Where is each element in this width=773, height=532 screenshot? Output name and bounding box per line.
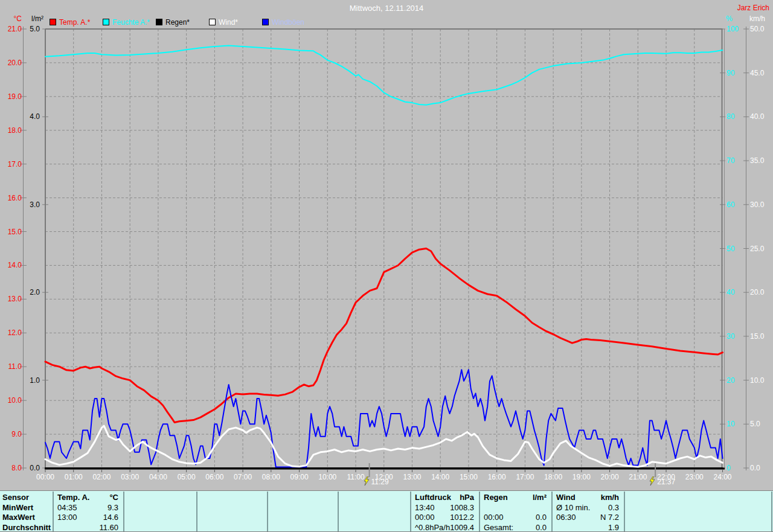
table-cell-value: l/m² (484, 492, 547, 502)
table-cell-value: 1012.2 (415, 512, 474, 522)
temp-tick-label: 12.0 (0, 328, 22, 337)
temp-tick-label: 10.0 (0, 396, 22, 405)
time-tick-label: 05:00 (175, 473, 199, 481)
table-cell-value: 0.0 (484, 512, 547, 522)
rain-tick-label: 3.0 (0, 200, 40, 209)
time-tick-label: 03:00 (118, 473, 142, 481)
table-cell-value: 1008.3 (415, 502, 474, 513)
time-tick-label: 19:00 (569, 473, 594, 481)
weather-chart-page: { "header": { "title": "Mittwoch, 12.11.… (0, 0, 773, 532)
time-tick-label: 07:00 (231, 473, 255, 481)
time-tick-label: 21:00 (626, 473, 650, 481)
humidity-tick-label: 60 (726, 200, 734, 209)
humidity-tick-label: 90 (726, 69, 734, 77)
table-cell-value: 14.6 (57, 512, 118, 522)
wind-tick-label: 35.0 (750, 156, 764, 165)
wind-tick-label: 45.0 (750, 69, 764, 77)
chart-plot (0, 0, 773, 490)
table-column-separator (338, 492, 339, 531)
table-column-separator (196, 492, 197, 531)
time-tick-label: 14:00 (428, 473, 452, 481)
weather-marker-icon (363, 476, 370, 486)
wind-tick-label: 15.0 (750, 332, 764, 341)
table-column-separator (479, 492, 480, 531)
table-cell-value: 11.60 (57, 522, 118, 532)
weather-marker-icon (649, 476, 656, 486)
time-tick-label: 20:00 (598, 473, 622, 481)
table-row-label: MinWert (2, 502, 51, 513)
wind-tick-label: 40.0 (750, 112, 764, 121)
temp-tick-label: 19.0 (0, 92, 22, 101)
rain-tick-label: 5.0 (0, 25, 40, 33)
temp-tick-label: 20.0 (0, 59, 22, 67)
time-tick-label: 08:00 (259, 473, 283, 481)
humidity-tick-label: 20 (726, 376, 734, 385)
temp-tick-label: 18.0 (0, 126, 22, 135)
table-column-separator (624, 492, 625, 531)
marker-time-label: 21:37 (657, 478, 675, 486)
rain-tick-label: 4.0 (0, 112, 40, 121)
temp-tick-label: 11.0 (0, 362, 22, 371)
time-tick-label: 18:00 (541, 473, 565, 481)
table-column-separator (410, 492, 411, 531)
time-tick-label: 01:00 (62, 473, 86, 481)
time-tick-label: 09:00 (287, 473, 312, 481)
table-cell-value: °C (57, 492, 118, 502)
table-row-label: Durchschnitt (2, 522, 51, 532)
humidity-tick-label: 40 (726, 288, 734, 296)
wind-tick-label: 5.0 (750, 420, 760, 428)
table-column-separator (123, 492, 124, 531)
time-tick-label: 06:00 (202, 473, 226, 481)
time-tick-label: 24:00 (711, 473, 735, 481)
time-tick-label: 15:00 (457, 473, 481, 481)
table-cell-value: 1.9 (556, 522, 619, 532)
wind-tick-label: 30.0 (750, 200, 764, 209)
humidity-tick-label: 10 (726, 420, 734, 428)
temp-tick-label: 17.0 (0, 160, 22, 168)
wind-tick-label: 25.0 (750, 245, 764, 253)
time-tick-label: 04:00 (146, 473, 170, 481)
humidity-tick-label: 70 (726, 156, 734, 165)
humidity-tick-label: 30 (726, 332, 734, 341)
table-cell-value: 0.0 (484, 522, 547, 532)
wind-tick-label: 20.0 (750, 288, 764, 296)
statistics-table: SensorMinWertMaxWertDurchschnittTemp. A.… (0, 490, 773, 532)
table-cell-value: km/h (556, 492, 619, 502)
humidity-tick-label: 80 (726, 112, 734, 121)
temp-tick-label: 9.0 (0, 430, 22, 438)
time-tick-label: 02:00 (89, 473, 114, 481)
table-cell-value: 0.3 (556, 502, 619, 513)
humidity-tick-label: 50 (726, 245, 734, 253)
marker-time-label: 11:29 (371, 478, 389, 486)
table-row-label: MaxWert (2, 512, 51, 522)
time-tick-label: 10:00 (315, 473, 339, 481)
time-tick-label: 17:00 (513, 473, 537, 481)
table-cell-value: 9.3 (57, 502, 118, 513)
wind-tick-label: 0.0 (750, 464, 760, 472)
humidity-tick-label: 100 (726, 25, 739, 33)
table-cell-value: hPa (415, 492, 474, 502)
table-row-label: Sensor (2, 492, 51, 502)
table-column-separator (53, 492, 54, 531)
table-cell-value: 1009.4 (415, 522, 474, 532)
temp-tick-label: 14.0 (0, 261, 22, 269)
table-column-separator (551, 492, 553, 531)
table-column-separator (267, 492, 268, 531)
time-tick-label: 13:00 (400, 473, 424, 481)
wind-tick-label: 50.0 (750, 25, 764, 33)
table-cell-value: N 7.2 (556, 512, 619, 522)
wind-tick-label: 10.0 (750, 376, 764, 385)
time-tick-label: 23:00 (682, 473, 707, 481)
rain-tick-label: 0.0 (0, 464, 40, 472)
rain-tick-label: 2.0 (0, 288, 40, 296)
time-tick-label: 16:00 (485, 473, 509, 481)
humidity-tick-label: 0 (726, 464, 731, 472)
temp-tick-label: 15.0 (0, 228, 22, 236)
table-right-border (771, 492, 772, 531)
rain-tick-label: 1.0 (0, 376, 40, 385)
time-tick-label: 00:00 (33, 473, 57, 481)
